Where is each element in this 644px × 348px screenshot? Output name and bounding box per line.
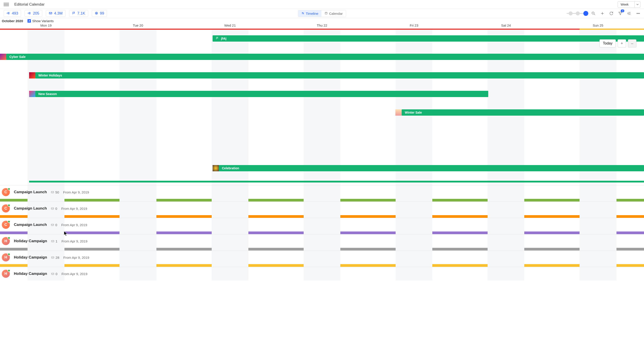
event-thumbnail[interactable] [0, 54, 6, 60]
filter-button[interactable]: 3 [618, 11, 622, 16]
svg-rect-16 [52, 273, 54, 275]
item-title: Holiday Campaign [14, 239, 47, 243]
day-header: Sun 25 [552, 23, 644, 28]
timeline-body[interactable]: Today + – jhkj Cyber Sale Winter Holiday… [0, 29, 644, 185]
month-label: October 2020 [2, 19, 23, 23]
refresh-button[interactable] [609, 11, 614, 16]
status-dot [8, 269, 10, 272]
svg-point-8 [637, 13, 638, 14]
filter-badge: 3 [621, 9, 624, 12]
bar-label: Winter Holidays [38, 74, 62, 77]
stat-targets[interactable]: 99 [92, 10, 107, 17]
show-variants-toggle[interactable]: Show Variants [28, 19, 54, 23]
item-date: From Apr 9, 2019 [62, 239, 88, 243]
item-count: 50 [51, 190, 59, 194]
status-dot [8, 253, 10, 256]
zoom-out-button[interactable]: – [628, 39, 636, 47]
stat-value: 493 [12, 11, 18, 16]
stat-announcements-1[interactable]: 493 [4, 10, 21, 17]
timeline-bar-celebration[interactable]: Celebration [219, 165, 644, 171]
item-count: 28 [51, 256, 59, 259]
svg-point-10 [639, 13, 640, 14]
zoom-in-button[interactable]: + [618, 39, 626, 47]
day-header: Fri 23 [368, 23, 460, 28]
stat-emails[interactable]: 4.3M [46, 10, 66, 17]
stat-flags[interactable]: 7.1K [69, 10, 88, 17]
stat-value: 99 [100, 11, 104, 16]
timeline-header: October 2020 Show Variants Mon 19 Tue 20… [0, 18, 644, 29]
day-header: Thu 22 [276, 23, 368, 28]
add-button[interactable] [600, 11, 604, 16]
range-selector[interactable]: Week [618, 1, 640, 7]
menu-button[interactable] [4, 2, 9, 7]
avatar: C [2, 204, 10, 212]
flag-icon [72, 11, 76, 16]
app-header: Editorial Calendar Week [0, 0, 644, 9]
event-thumbnail[interactable] [212, 165, 219, 171]
search-button[interactable] [591, 11, 596, 16]
today-controls: Today + – [600, 39, 636, 47]
today-button[interactable]: Today [600, 39, 616, 47]
checkbox-icon [28, 19, 31, 22]
list-item[interactable]: C Campaign Launch 0 From Apr 9, 2019 [0, 202, 644, 218]
view-timeline-button[interactable]: Timeline [298, 10, 321, 17]
item-title: Holiday Campaign [14, 272, 47, 276]
zoom-slider[interactable] [566, 13, 587, 14]
event-thumbnail[interactable] [29, 72, 35, 78]
svg-rect-12 [51, 208, 54, 209]
bar-label: Winter Sale [405, 111, 422, 114]
avatar: C [2, 188, 10, 196]
item-date: From Apr 9, 2019 [61, 207, 87, 210]
status-dot [8, 237, 10, 239]
stat-value: 4.3M [54, 11, 63, 16]
timeline-bar-new-season[interactable]: New Season [35, 91, 488, 97]
more-button[interactable] [636, 11, 640, 16]
item-date: From Apr 9, 2019 [63, 190, 89, 194]
chevron-down-icon [634, 1, 640, 7]
bar-label: Cyber Sale [10, 55, 26, 59]
target-icon [95, 11, 98, 16]
range-selector-label: Week [618, 3, 634, 6]
timeline-bar-winter-sale[interactable]: Winter Sale [402, 109, 644, 116]
svg-point-5 [303, 13, 304, 14]
item-date: From Apr 9, 2019 [61, 223, 87, 227]
status-dot [8, 204, 10, 207]
view-calendar-button[interactable]: Calendar [322, 10, 346, 17]
timeline-bar-cyber-sale[interactable]: Cyber Sale [6, 54, 644, 60]
show-variants-label: Show Variants [32, 19, 54, 23]
calendar-icon [325, 12, 328, 15]
list-item[interactable]: H Holiday Campaign 28 From Apr 9, 2019 [0, 251, 644, 267]
bar-label: jhkj [221, 37, 226, 40]
timeline-bar-winter-holidays[interactable]: Winter Holidays [35, 72, 644, 78]
svg-point-4 [302, 12, 303, 13]
timeline-grid [0, 29, 644, 185]
svg-point-7 [592, 12, 594, 14]
megaphone-icon [28, 11, 31, 16]
list-item[interactable]: H Holiday Campaign 0 From Apr 9, 2019 [0, 267, 644, 281]
item-title: Campaign Launch [14, 190, 47, 194]
day-header: Mon 19 [0, 23, 92, 28]
svg-rect-11 [51, 191, 54, 193]
day-header: Sat 24 [460, 23, 552, 28]
list-item[interactable]: H Holiday Campaign 1 From Apr 9, 2019 [0, 234, 644, 251]
day-header-row: Mon 19 Tue 20 Wed 21 Thu 22 Fri 23 Sat 2… [0, 23, 644, 28]
view-timeline-label: Timeline [306, 12, 318, 15]
event-thumbnail[interactable] [396, 109, 402, 116]
stat-announcements-2[interactable]: 205 [24, 10, 42, 17]
item-date: From Apr 9, 2019 [63, 256, 89, 259]
avatar: C [2, 221, 10, 229]
item-count: 0 [51, 207, 57, 210]
item-title: Holiday Campaign [14, 255, 47, 260]
timeline-bar-jhkj[interactable]: jhkj [212, 35, 644, 42]
sliders-icon [301, 12, 304, 15]
flag-icon [216, 37, 219, 40]
svg-rect-0 [49, 12, 52, 14]
timeline-bar-slim[interactable] [29, 181, 644, 183]
list-item[interactable]: C Campaign Launch 0 From Apr 9, 2019 [0, 218, 644, 234]
indent-button[interactable] [627, 11, 632, 16]
stat-value: 205 [33, 11, 39, 16]
svg-rect-15 [52, 257, 54, 258]
event-thumbnail[interactable] [29, 91, 35, 97]
day-header: Wed 21 [184, 23, 276, 28]
list-item[interactable]: C Campaign Launch 50 From Apr 9, 2019 [0, 185, 644, 202]
